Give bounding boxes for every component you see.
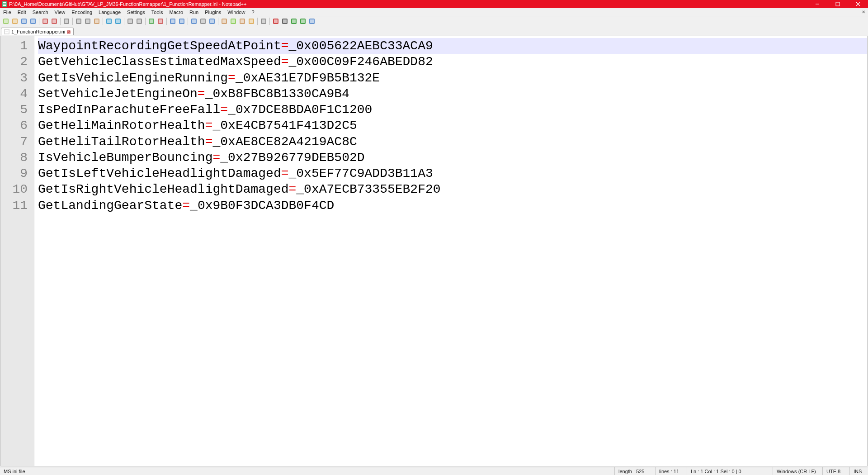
menu-view[interactable]: View	[52, 9, 69, 16]
code-line[interactable]: GetVehicleClassEstimatedMaxSpeed=_0x00C0…	[38, 54, 867, 70]
file-ini-icon	[4, 29, 9, 34]
file-tab[interactable]: 1_FunctionRemapper.ini⊠	[1, 28, 74, 35]
replace-icon[interactable]	[135, 17, 143, 25]
status-eol[interactable]: Windows (CR LF)	[773, 467, 823, 475]
toolbar	[0, 16, 868, 26]
ini-key: IsVehicleBumperBouncing	[38, 151, 212, 165]
menu-edit[interactable]: Edit	[14, 9, 29, 16]
maximize-button[interactable]	[827, 0, 848, 8]
line-number: 1	[4, 38, 28, 54]
line-number: 3	[4, 70, 28, 86]
code-line[interactable]: WaypointRecordingGetSpeedAtPoint=_0x0056…	[38, 38, 867, 54]
menu-language[interactable]: Language	[95, 9, 124, 16]
ini-value: _0x27B926779DEB502D	[220, 151, 364, 165]
minimize-button[interactable]	[807, 0, 827, 8]
toolbar-separator	[269, 18, 270, 25]
save-icon[interactable]	[20, 17, 28, 25]
status-length: length : 525	[615, 467, 656, 475]
editor-area[interactable]: 1234567891011 WaypointRecordingGetSpeedA…	[0, 36, 868, 466]
play-icon[interactable]	[290, 17, 298, 25]
status-encoding[interactable]: UTF-8	[823, 467, 850, 475]
svg-rect-17	[43, 19, 47, 23]
menu-file[interactable]: File	[0, 9, 14, 16]
close-window-button[interactable]	[848, 0, 868, 8]
svg-rect-29	[107, 19, 111, 23]
menubar: FileEditSearchViewEncodingLanguageSettin…	[0, 8, 868, 16]
ini-value: _0xAE31E7DF9B5B132E	[236, 71, 380, 85]
menubar-close-icon[interactable]: ✕	[862, 10, 865, 14]
lang-icon[interactable]	[220, 17, 228, 25]
sync-h-icon[interactable]	[178, 17, 186, 25]
svg-rect-21	[65, 19, 68, 23]
func-list-icon[interactable]	[238, 17, 246, 25]
menu-run[interactable]: Run	[186, 9, 202, 16]
code-line[interactable]: IsPedInParachuteFreeFall=_0x7DCE8BDA0F1C…	[38, 102, 867, 118]
code-line[interactable]: IsVehicleBumperBouncing=_0x27B926779DEB5…	[38, 150, 867, 166]
code-line[interactable]: GetIsRightVehicleHeadlightDamaged=_0xA7E…	[38, 181, 867, 197]
code-line[interactable]: GetHeliMainRotorHealth=_0xE4CB7541F413D2…	[38, 118, 867, 133]
ini-value: _0xA7ECB73355EB2F20	[296, 182, 440, 196]
code-line[interactable]: GetLandingGearState=_0x9B0F3DCA3DB0F4CD	[38, 198, 867, 214]
svg-rect-2	[3, 3, 6, 4]
code-content[interactable]: WaypointRecordingGetSpeedAtPoint=_0x0056…	[34, 36, 867, 466]
ini-key: GetHeliTailRotorHealth	[38, 135, 205, 149]
redo-icon[interactable]	[114, 17, 122, 25]
ini-value: _0x005622AEBC33ACA9	[289, 39, 433, 53]
menu-search[interactable]: Search	[29, 9, 52, 16]
paste-icon[interactable]	[93, 17, 101, 25]
svg-rect-19	[52, 19, 56, 23]
folder-icon[interactable]	[247, 17, 255, 25]
ini-key: GetIsVehicleEngineRunning	[38, 71, 228, 85]
find-icon[interactable]	[126, 17, 134, 25]
monitor-icon[interactable]	[259, 17, 268, 25]
menu-window[interactable]: Window	[224, 9, 248, 16]
menu-[interactable]: ?	[248, 9, 257, 16]
code-line[interactable]: GetIsVehicleEngineRunning=_0xAE31E7DF9B5…	[38, 70, 867, 86]
zoom-in-icon[interactable]	[147, 17, 156, 25]
close-icon[interactable]	[41, 17, 49, 25]
svg-rect-65	[292, 19, 296, 23]
menu-tools[interactable]: Tools	[148, 9, 166, 16]
stop-icon[interactable]	[281, 17, 289, 25]
print-icon[interactable]	[62, 17, 71, 25]
menu-encoding[interactable]: Encoding	[68, 9, 95, 16]
save-all-icon[interactable]	[29, 17, 37, 25]
open-file-icon[interactable]	[11, 17, 19, 25]
indent-guide-icon[interactable]	[208, 17, 216, 25]
code-line[interactable]: GetHeliTailRotorHealth=_0xAE8CE82A4219AC…	[38, 134, 867, 150]
save-macro-icon[interactable]	[308, 17, 316, 25]
tabbar: 1_FunctionRemapper.ini⊠	[0, 26, 868, 35]
status-lines: lines : 11	[656, 467, 687, 475]
wrap-icon[interactable]	[190, 17, 198, 25]
cut-icon[interactable]	[75, 17, 83, 25]
ini-equals: =	[212, 151, 220, 165]
toolbar-separator	[39, 18, 39, 25]
tab-close-icon[interactable]: ⊠	[67, 29, 71, 34]
menu-plugins[interactable]: Plugins	[202, 9, 224, 16]
toolbar-separator	[124, 18, 124, 25]
copy-icon[interactable]	[84, 17, 92, 25]
svg-rect-11	[13, 19, 17, 23]
svg-rect-72	[5, 31, 8, 31]
zoom-out-icon[interactable]	[156, 17, 165, 25]
toolbar-separator	[60, 18, 61, 25]
svg-rect-59	[262, 19, 265, 23]
close-all-icon[interactable]	[50, 17, 58, 25]
menu-settings[interactable]: Settings	[124, 9, 148, 16]
record-icon[interactable]	[272, 17, 280, 25]
undo-icon[interactable]	[105, 17, 113, 25]
doc-map-icon[interactable]	[229, 17, 237, 25]
window-title: F:\0A_Home\Documents\GitHub\GTAV_LP_JM36…	[9, 1, 807, 7]
line-number: 8	[4, 150, 28, 166]
code-line[interactable]: GetIsLeftVehicleHeadlightDamaged=_0x5EF7…	[38, 166, 867, 181]
all-chars-icon[interactable]	[199, 17, 207, 25]
status-insert-mode[interactable]: INS	[850, 467, 868, 475]
line-number: 9	[4, 166, 28, 181]
play-multi-icon[interactable]	[299, 17, 307, 25]
menu-macro[interactable]: Macro	[166, 9, 186, 16]
code-line[interactable]: SetVehicleJetEngineOn=_0xB8FBC8B1330CA9B…	[38, 86, 867, 102]
svg-rect-69	[310, 19, 314, 23]
new-file-icon[interactable]	[2, 17, 10, 25]
svg-rect-9	[4, 19, 8, 23]
sync-v-icon[interactable]	[169, 17, 177, 25]
